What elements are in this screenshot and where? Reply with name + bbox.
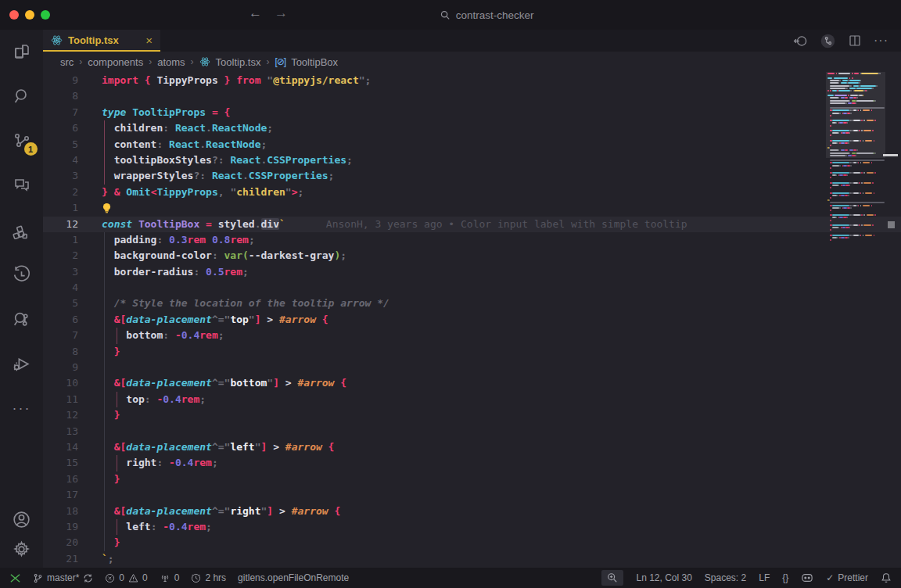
code-token: 0.3 bbox=[169, 234, 187, 246]
language-mode-status[interactable]: {} bbox=[782, 572, 788, 583]
run-debug-icon[interactable] bbox=[11, 353, 33, 375]
line-number: 1 bbox=[43, 232, 78, 248]
cursor-position: Ln 12, Col 30 bbox=[636, 572, 691, 583]
comments-icon[interactable] bbox=[11, 174, 33, 196]
problems-status[interactable]: 0 0 bbox=[105, 572, 147, 583]
code-line: 2 background-color: var(--darkest-gray); bbox=[43, 248, 901, 264]
wakatime-status[interactable]: 2 hrs bbox=[191, 572, 226, 583]
indentation-status[interactable]: Spaces: 2 bbox=[705, 572, 746, 583]
navigate-forward-icon[interactable]: → bbox=[275, 5, 288, 21]
code-token: { bbox=[316, 314, 328, 325]
code-token: var bbox=[224, 249, 242, 261]
zoom-window-button[interactable] bbox=[41, 10, 50, 20]
code-token: TooltipProps bbox=[132, 106, 212, 118]
code-line: 16 } bbox=[43, 471, 901, 487]
line-number: 8 bbox=[43, 344, 78, 360]
line-number: 9 bbox=[43, 73, 78, 88]
timeline-history-icon[interactable] bbox=[11, 264, 33, 285]
breadcrumb: src › components › atoms › Tooltip.tsx ›… bbox=[43, 52, 901, 72]
search-compare-icon[interactable] bbox=[11, 308, 33, 330]
command-center-search[interactable]: contrast-checker bbox=[440, 0, 534, 30]
line-number: 11 bbox=[43, 392, 78, 407]
code-text: background-color: var(--darkest-gray); bbox=[102, 248, 346, 264]
code-token: : bbox=[151, 521, 163, 532]
tab-close-icon[interactable]: × bbox=[145, 34, 153, 46]
search-icon bbox=[440, 10, 450, 20]
split-editor-icon[interactable] bbox=[848, 34, 862, 48]
tab-tooltip-tsx[interactable]: Tooltip.tsx × bbox=[43, 30, 160, 52]
code-token: #arrow bbox=[292, 505, 328, 517]
lightbulb-icon[interactable] bbox=[102, 203, 112, 214]
code-token: ; bbox=[261, 138, 267, 150]
source-control-badge: 1 bbox=[24, 142, 38, 156]
branch-status[interactable]: master* bbox=[33, 572, 93, 583]
code-editor[interactable]: 9import { TippyProps } from "@tippyjs/re… bbox=[43, 72, 901, 568]
open-changes-icon[interactable] bbox=[793, 34, 808, 48]
code-text: wrapperStyles?: React.CSSProperties; bbox=[102, 168, 334, 184]
more-actions-icon[interactable]: ··· bbox=[874, 34, 888, 48]
zoom-status[interactable] bbox=[601, 570, 623, 586]
symbol-variable-icon: [⊘] bbox=[275, 56, 285, 67]
close-window-button[interactable] bbox=[9, 10, 19, 20]
code-token: data-placement bbox=[126, 441, 212, 453]
breadcrumb-atoms[interactable]: atoms bbox=[157, 56, 185, 68]
cursor-position-status[interactable]: Ln 12, Col 30 bbox=[636, 572, 691, 583]
code-token: padding bbox=[102, 234, 156, 246]
code-token: 0.4 bbox=[163, 393, 181, 405]
code-token: 0.8 bbox=[212, 234, 230, 246]
gitlens-graph-icon[interactable] bbox=[820, 33, 836, 49]
code-line: 8 bbox=[43, 88, 901, 104]
overview-ruler-mark bbox=[888, 221, 895, 228]
git-branch-icon bbox=[33, 573, 43, 583]
formatter-status[interactable]: ✓ Prettier bbox=[826, 572, 868, 583]
code-line: 1 padding: 0.3rem 0.8rem; bbox=[43, 232, 901, 248]
code-token: " bbox=[255, 441, 261, 453]
accounts-icon[interactable] bbox=[11, 508, 33, 530]
broadcast-status[interactable]: 0 bbox=[160, 572, 180, 583]
navigate-back-icon[interactable]: ← bbox=[249, 5, 262, 21]
code-token: const bbox=[102, 218, 138, 230]
eol-status[interactable]: LF bbox=[759, 572, 770, 583]
settings-gear-icon[interactable] bbox=[11, 538, 33, 560]
extensions-icon[interactable] bbox=[11, 219, 33, 241]
code-token: Omit bbox=[126, 186, 150, 198]
breadcrumb-src[interactable]: src bbox=[60, 56, 74, 68]
scrollbar-thumb[interactable] bbox=[883, 154, 898, 156]
code-token: . bbox=[199, 138, 206, 150]
copilot-status[interactable] bbox=[801, 572, 813, 583]
window-controls bbox=[9, 10, 50, 20]
explorer-icon[interactable] bbox=[11, 41, 33, 63]
code-token: TippyProps bbox=[156, 186, 217, 198]
minimap-slider[interactable] bbox=[826, 72, 885, 158]
search-view-icon[interactable] bbox=[11, 85, 33, 107]
remote-indicator[interactable] bbox=[9, 572, 21, 584]
code-token: &[ bbox=[102, 314, 126, 325]
code-token: ; bbox=[346, 154, 353, 166]
code-token: wrapperStyles bbox=[102, 170, 193, 181]
code-token: ` bbox=[279, 218, 285, 230]
code-token: > bbox=[273, 505, 291, 517]
code-line: 3 border-radius: 0.5rem; bbox=[43, 264, 901, 280]
code-token: type bbox=[102, 106, 132, 118]
breadcrumb-components[interactable]: components bbox=[88, 56, 143, 68]
code-line: 9import { TippyProps } from "@tippyjs/re… bbox=[43, 73, 901, 88]
code-text: top: -0.4rem; bbox=[102, 392, 206, 407]
code-text: } bbox=[102, 471, 120, 487]
code-line: 15 right: -0.4rem; bbox=[43, 455, 901, 471]
code-line: 3 wrapperStyles?: React.CSSProperties; bbox=[43, 168, 901, 184]
source-control-icon[interactable]: 1 bbox=[11, 130, 33, 152]
code-token: ReactNode bbox=[206, 138, 260, 150]
line-number: 14 bbox=[43, 439, 78, 455]
code-token: } bbox=[102, 473, 120, 485]
code-token: import bbox=[102, 74, 145, 86]
minimap[interactable] bbox=[826, 72, 884, 568]
more-views-icon[interactable]: ··· bbox=[11, 397, 33, 419]
code-token: " bbox=[359, 74, 365, 86]
gitlens-command-status[interactable]: gitlens.openFileOnRemote bbox=[238, 572, 349, 583]
breadcrumb-file[interactable]: Tooltip.tsx bbox=[216, 56, 261, 68]
code-token: border-radius bbox=[102, 266, 193, 278]
minimize-window-button[interactable] bbox=[25, 10, 34, 20]
breadcrumb-symbol[interactable]: TooltipBox bbox=[291, 56, 338, 68]
notifications-status[interactable] bbox=[881, 572, 892, 583]
code-line: 1 bbox=[43, 200, 901, 216]
